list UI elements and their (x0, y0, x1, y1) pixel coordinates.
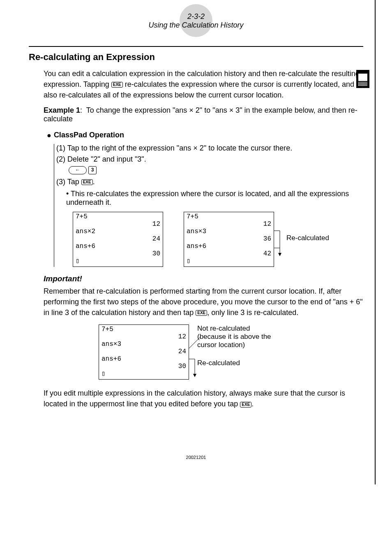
steps-block: (1) Tap to the right of the expression "… (53, 144, 363, 267)
page-right-border (375, 0, 376, 484)
three-key-icon: 3 (88, 166, 97, 174)
calc3-res2: 24 (101, 348, 186, 355)
page: 2-3-2 Using the Calculation History Re-c… (0, 0, 392, 484)
intro-paragraph: You can edit a calculation expression in… (44, 68, 363, 100)
backspace-key-icon: ← (69, 166, 87, 174)
operation-heading-text: ClassPad Operation (54, 131, 124, 139)
calc2-line2: ans×3 (187, 228, 271, 235)
calculator-icon (356, 70, 369, 88)
exe-key-icon: EXE (111, 82, 123, 88)
calc3-line3: ans+6 (101, 355, 186, 363)
footer-code: 20021201 (29, 455, 363, 460)
step-1: (1) Tap to the right of the expression "… (56, 144, 363, 153)
section-rule (29, 46, 363, 47)
closing-paragraph: If you edit multiple expressions in the … (44, 388, 363, 409)
svg-marker-4 (278, 253, 281, 256)
bullet-icon: ● (47, 131, 51, 140)
figure-row-2: 7+5 12 ans×3 24 ans+6 30 ▯ Not re-calcul… (99, 324, 363, 380)
calc-box-3: 7+5 12 ans×3 24 ans+6 30 ▯ (99, 324, 189, 380)
annotation-column: Not re-calculated (because it is above t… (197, 324, 279, 367)
key-row: ←3 (69, 166, 363, 174)
calc1-res3: 30 (76, 250, 160, 257)
operation-heading: ●ClassPad Operation (47, 131, 363, 140)
calculator-screen-icon (358, 74, 367, 81)
spacer (197, 349, 279, 359)
step-2: (2) Delete "2" and input "3". (56, 155, 363, 164)
step-3: (3) Tap EXE. (56, 178, 363, 186)
calc1-line1: 7+5 (76, 213, 160, 220)
figure-row-1: 7+5 12 ans×2 24 ans+6 30 ▯ 7+5 12 ans×3 … (73, 212, 363, 267)
calc1-line2: ans×2 (76, 228, 160, 235)
calc1-res1: 12 (76, 220, 160, 228)
not-recalc-b: (because it is above the cursor location… (197, 333, 279, 349)
calc2-line3: ans+6 (187, 243, 271, 250)
example-sep: : (80, 106, 82, 114)
exe-key-icon: EXE (196, 310, 207, 316)
calc-box-3-wrap: 7+5 12 ans×3 24 ans+6 30 ▯ (99, 324, 189, 380)
calc2-line1: 7+5 (187, 213, 271, 220)
calc3-res3: 30 (101, 363, 186, 370)
page-number: 2-3-2 (29, 12, 363, 21)
important-heading: Important! (44, 274, 363, 283)
step-3-a: (3) Tap (56, 178, 81, 186)
example-text: To change the expression "ans × 2" to "a… (44, 106, 357, 123)
example-label: Example 1 (44, 106, 80, 114)
recalc-annotation-2: Re-calculated (197, 359, 279, 367)
calc2-cursor: ▯ (187, 257, 271, 265)
calc2-res1: 12 (187, 220, 271, 228)
important-paragraph: Remember that re-calculation is performe… (44, 286, 363, 318)
example-block: Example 1: To change the expression "ans… (44, 106, 363, 123)
calc3-res1: 12 (101, 333, 186, 341)
exe-key-icon: EXE (240, 402, 251, 408)
page-subtitle: Using the Calculation History (29, 21, 363, 30)
section-title: Re-calculating an Expression (29, 52, 363, 63)
recalc-annotation: Re-calculated (286, 234, 344, 242)
not-recalc-a: Not re-calculated (197, 324, 279, 333)
calc1-line3: ans+6 (76, 243, 160, 250)
calc-box-2-wrap: 7+5 12 ans×3 36 ans+6 42 ▯ Re-calculated (184, 212, 274, 267)
closing-a: If you edit multiple expressions in the … (44, 389, 345, 408)
calc-box-2: 7+5 12 ans×3 36 ans+6 42 ▯ (184, 212, 274, 267)
calc3-cursor: ▯ (101, 370, 186, 378)
svg-marker-9 (193, 374, 196, 377)
calc3-line1: 7+5 (101, 326, 186, 333)
calc2-res3: 42 (187, 250, 271, 257)
calc-box-1: 7+5 12 ans×2 24 ans+6 30 ▯ (73, 212, 163, 267)
calc1-res2: 24 (76, 235, 160, 243)
exe-key-icon: EXE (81, 179, 93, 185)
important-text-b: , only line 3 is re-calculated. (207, 308, 298, 317)
calc1-cursor: ▯ (76, 257, 160, 265)
page-header: 2-3-2 Using the Calculation History (29, 12, 363, 30)
step-3-b: . (93, 178, 95, 186)
step-note: • This re-calculates the expression wher… (66, 190, 363, 207)
calc3-line2: ans×3 (101, 341, 186, 348)
calc2-res2: 36 (187, 235, 271, 243)
closing-b: . (251, 400, 254, 408)
calculator-keypad-icon (358, 82, 367, 86)
